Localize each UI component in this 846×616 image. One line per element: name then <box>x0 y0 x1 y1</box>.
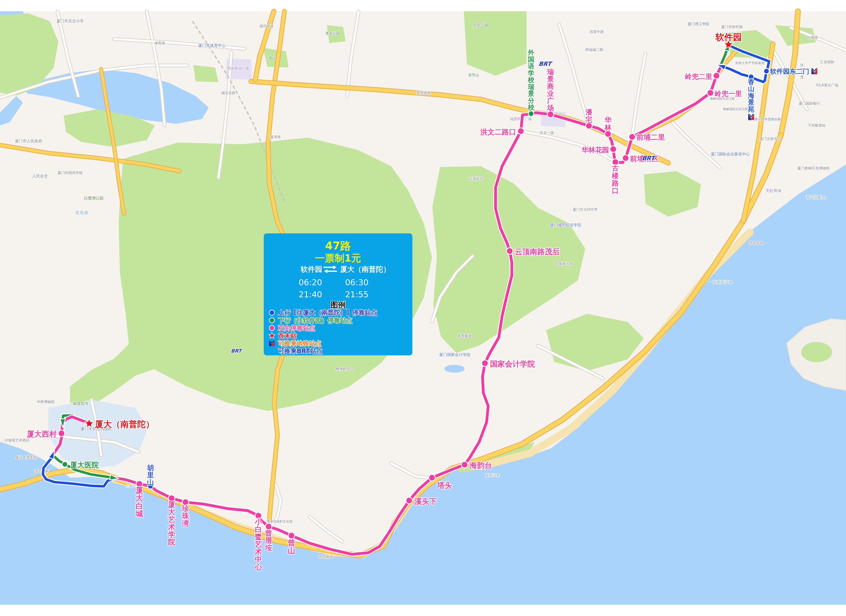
map-label: 厦门城市职业学院 <box>550 223 582 227</box>
map-label: 莲前西路 <box>417 91 431 95</box>
station-dot <box>518 128 524 134</box>
park-area <box>464 11 527 76</box>
bus-route-map: 厦门市滨北小学厦门市人民政府人民会堂白鹭洲公园筼筜湖厦门外国语学校体育路厦门市体… <box>0 0 846 616</box>
station-dot <box>429 475 435 481</box>
station-both: 厦大白城 <box>135 481 143 518</box>
map-label: 厦门市人民政府 <box>15 139 42 143</box>
fare-text: 一票制1元 <box>315 252 361 264</box>
map-label: 成功大道 <box>259 24 274 28</box>
first-last-time: 21:55 <box>345 290 369 299</box>
map-label: 人民会堂 <box>32 174 48 178</box>
station-dot <box>528 111 534 116</box>
terminal-from-label: 软件园 <box>301 265 322 273</box>
map-label: 厦门国际会议展览中心 <box>711 152 750 156</box>
map-label: 曾厝垵渔村文化馆 <box>266 519 292 523</box>
station-label: 云顶南路茂后 <box>515 247 560 256</box>
station-dot <box>707 90 714 96</box>
legend-dot-icon <box>269 318 275 323</box>
map-label: 明发商业广场 <box>227 66 249 71</box>
map-label: 嘉禾路 <box>270 135 281 139</box>
map-label: 厦门市体育中心 <box>198 43 226 48</box>
map-label: 下何船管站 <box>808 123 826 128</box>
map-label: FILA斐乐广场 <box>816 83 838 87</box>
station-both: 古楼路口 <box>612 159 619 195</box>
station-label: 厦大艺术学院 <box>168 500 175 546</box>
station-both: 曾厝垵 <box>264 523 272 552</box>
station-dot <box>605 131 611 137</box>
station-label: 珍珠湾 <box>182 504 189 528</box>
map-label: 天虹商场 <box>766 188 781 193</box>
station-label: 软件园 <box>715 32 742 42</box>
map-label: 湖滨东路 <box>221 91 235 95</box>
legend-item-label: 下行（往软件园）停靠站点 <box>278 317 352 324</box>
map-label: 梅海岭入口 <box>336 367 354 371</box>
island-park <box>801 342 832 362</box>
station-label: 厦大（南普陀） <box>95 419 154 429</box>
map-label: 厦门市大同中学 <box>573 207 598 212</box>
station-label: 曾厝垵 <box>264 529 272 552</box>
station-both: 厦大艺术学院 <box>168 495 175 546</box>
station-up: 胡里山 <box>147 464 154 489</box>
map-label: 沙坡尾艺术西区 <box>4 438 29 443</box>
legend-title: 图例 <box>330 300 346 309</box>
station-label: 岭兜二里 <box>685 72 712 81</box>
legend-dot-icon <box>269 310 275 315</box>
map-label: 华侨大学产学研基地 <box>735 61 764 65</box>
map-label: 厦门国家会计学院 <box>439 353 470 357</box>
lake <box>444 365 464 373</box>
station-label: 塔头 <box>437 481 452 490</box>
route-number-title: 47路 <box>325 240 351 252</box>
station-dot <box>461 462 468 468</box>
station-label: 曾山 <box>288 538 295 555</box>
station-label: 外国语学校瑞景分校 <box>527 49 534 111</box>
legend-dot-icon <box>269 325 275 331</box>
map-label: 黄厝沙滩 <box>485 473 499 477</box>
station-label: 前埔二里 <box>636 133 665 141</box>
map-label: 忠仑公园 <box>473 23 489 27</box>
terminal-to-label: 厦大（南普陀） <box>340 265 390 273</box>
station-label: 溪头下 <box>414 497 437 506</box>
map-label: 一国两制沙滩 <box>709 280 732 284</box>
station-label: 厦大西村 <box>26 429 57 438</box>
station-label: 华林花园 <box>582 146 609 154</box>
map-label: 厦门国际银行 <box>799 101 820 106</box>
station-terminal: 厦大（南普陀） <box>84 419 154 429</box>
map-label: 东芳山 <box>468 73 479 77</box>
station-both: 曾山 <box>288 532 295 555</box>
station-label: 香山海景苑 <box>748 78 755 113</box>
map-label: 华侨博物院 <box>37 400 55 404</box>
station-dot <box>622 155 629 161</box>
legend-item-label: 首末站 <box>278 332 297 339</box>
station-down: 外国语学校瑞景分校 <box>527 49 534 116</box>
map-label: 莲花公园 <box>325 31 340 35</box>
station-dot <box>406 497 413 504</box>
map-label: 南普陀寺 <box>73 401 88 406</box>
map-label: 厦门大学医院 <box>15 455 37 459</box>
map-label: 体育路 <box>154 41 165 45</box>
map-label: 洪文一路 <box>540 131 554 135</box>
station-dot <box>629 134 636 140</box>
station-dot <box>482 360 488 366</box>
station-both: 华林 <box>604 116 611 137</box>
park-area <box>193 65 219 82</box>
map-label: 台南路 <box>807 35 818 40</box>
station-label: 国家会计学院 <box>490 360 535 368</box>
station-both: 珍珠湾 <box>182 499 189 528</box>
station-both: 潘宅 <box>585 108 593 129</box>
map-label: 环岛东路 <box>749 241 764 245</box>
station-label: 厦大医院 <box>70 461 99 469</box>
legend-item-label: 上行【往厦大（南普陀）】停靠站点 <box>278 309 377 316</box>
map-label: 筼筜湖 <box>75 210 88 215</box>
map-label: 厦门市软件园 <box>721 25 743 29</box>
station-label: 潘宅 <box>585 108 593 123</box>
station-label: 软件园东二门 <box>770 68 809 75</box>
map-label: 厦门奥林匹克博物馆 <box>797 166 830 170</box>
map-label: 侨福城二期 <box>585 47 603 52</box>
station-dot <box>58 430 65 437</box>
station-label: 小白鹭艺术中心 <box>254 517 262 571</box>
first-last-time: 06:30 <box>345 278 369 287</box>
station-label: 岭兜一里 <box>715 90 742 98</box>
station-dot <box>507 248 513 254</box>
map-label: 厦门文投中心 <box>759 137 781 141</box>
station-label: 洪文二路口 <box>480 128 516 136</box>
